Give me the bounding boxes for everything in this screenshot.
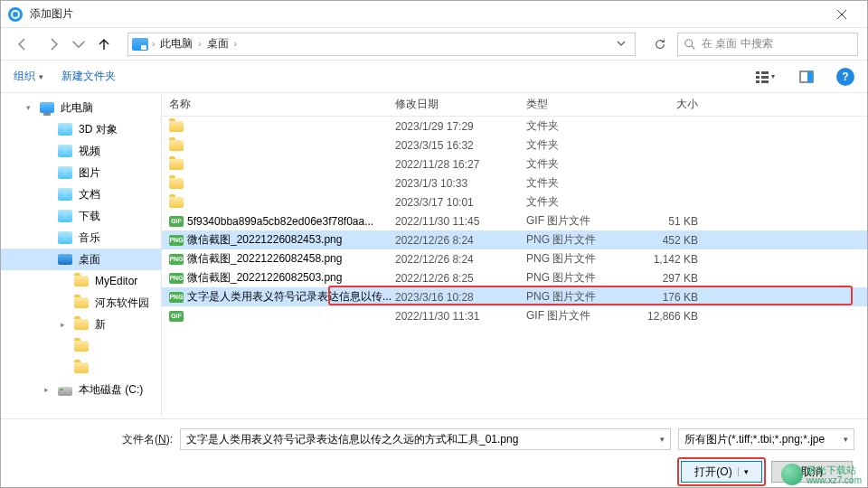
file-type: 文件夹 (526, 194, 635, 210)
file-row[interactable]: GIF5f9340bba899a5cb82ed06e3f78f0aa...202… (162, 211, 867, 230)
file-date: 2022/12/26 8:24 (395, 253, 526, 266)
arrow-up-icon (97, 37, 111, 52)
forward-button[interactable] (41, 32, 66, 57)
file-size: 12,866 KB (635, 310, 725, 323)
tree-item[interactable]: 文档 (1, 183, 161, 205)
open-button[interactable]: 打开(O) ▾ (681, 461, 762, 483)
tree-item-label: 本地磁盘 (C:) (79, 382, 143, 398)
refresh-icon (654, 38, 666, 51)
up-button[interactable] (91, 32, 117, 57)
png-icon: PNG (169, 235, 187, 246)
file-row[interactable]: 2022/11/28 16:27文件夹 (162, 155, 867, 174)
file-type: GIF 图片文件 (526, 308, 635, 324)
disk-icon (57, 382, 73, 397)
refresh-button[interactable] (646, 33, 672, 56)
tree-item[interactable]: 视频 (1, 140, 161, 162)
file-size: 297 KB (635, 272, 725, 285)
column-header-name[interactable]: 名称 (169, 97, 395, 112)
cancel-button[interactable]: 取消 (771, 461, 853, 483)
filetype-filter[interactable]: 所有图片(*.tiff;*.tbi;*.png;*.jpe ▾ (678, 428, 854, 450)
tree-item[interactable]: 河东软件园 (1, 292, 161, 314)
file-date: 2022/11/28 16:27 (395, 158, 526, 171)
png-icon: PNG (169, 273, 187, 284)
file-row[interactable]: 2023/1/29 17:29文件夹 (162, 117, 867, 136)
tree-item-label: 下载 (79, 209, 100, 224)
file-row[interactable]: PNG微信截图_20221226082503.png2022/12/26 8:2… (162, 268, 867, 287)
back-button[interactable] (10, 32, 35, 57)
tree-item[interactable] (1, 357, 161, 379)
file-type: GIF 图片文件 (526, 213, 635, 229)
file-row[interactable]: 2023/1/3 10:33文件夹 (162, 174, 867, 192)
tree-item[interactable]: 下载 (1, 205, 161, 227)
file-row[interactable]: PNG文字是人类用表义符号记录表达信息以传...2023/3/16 10:28P… (162, 287, 867, 306)
breadcrumb-this-pc[interactable]: 此电脑 (158, 36, 194, 52)
tree-item[interactable]: 音乐 (1, 227, 161, 249)
column-header-date[interactable]: 修改日期 (395, 97, 526, 112)
file-date: 2023/3/17 10:01 (395, 196, 526, 209)
organize-menu[interactable]: 组织 (14, 69, 43, 84)
file-size: 176 KB (635, 291, 725, 304)
file-row[interactable]: 2023/3/15 16:32文件夹 (162, 136, 867, 155)
footer: 文件名(N): 文字是人类用表义符号记录表达信息以传之久远的方式和工具_01.p… (1, 418, 867, 487)
file-date: 2022/12/26 8:25 (395, 272, 526, 285)
file-type: PNG 图片文件 (526, 251, 635, 267)
tree-item-label: 此电脑 (61, 100, 93, 116)
tree-item-label: 河东软件园 (95, 296, 149, 311)
tree-item[interactable] (1, 335, 161, 357)
folder-icon (169, 197, 187, 208)
filter-value: 所有图片(*.tiff;*.tbi;*.png;*.jpe (684, 432, 825, 447)
column-header-type[interactable]: 类型 (526, 97, 635, 112)
sidebar-tree[interactable]: ▾此电脑3D 对象视频图片文档下载音乐桌面MyEditor河东软件园▸新▸本地磁… (1, 93, 162, 417)
view-list-icon (755, 70, 769, 84)
new-folder-button[interactable]: 新建文件夹 (61, 69, 116, 84)
close-button[interactable] (824, 1, 860, 28)
address-bar[interactable]: › 此电脑 › 桌面 › (127, 33, 636, 56)
folder-icon (169, 159, 187, 170)
preview-icon (799, 70, 814, 84)
toolbar: 组织 新建文件夹 ? (1, 61, 867, 93)
tree-item[interactable]: 桌面 (1, 249, 161, 270)
preview-pane-button[interactable] (795, 66, 818, 88)
expand-icon[interactable]: ▾ (23, 103, 33, 112)
tree-item[interactable]: ▸本地磁盘 (C:) (1, 379, 161, 400)
png-icon: PNG (169, 254, 187, 265)
file-type: 文件夹 (526, 137, 635, 153)
filename-input[interactable]: 文字是人类用表义符号记录表达信息以传之久远的方式和工具_01.png ▾ (180, 428, 671, 450)
file-name: 文字是人类用表义符号记录表达信息以传... (187, 289, 395, 305)
file-date: 2023/3/15 16:32 (395, 139, 526, 152)
tree-item[interactable]: MyEditor (1, 270, 161, 292)
file-row[interactable]: 2023/3/17 10:01文件夹 (162, 192, 867, 211)
gif-icon: GIF (169, 216, 187, 227)
view-menu[interactable] (753, 66, 777, 88)
expand-icon[interactable]: ▸ (41, 385, 52, 394)
folder-icon (73, 296, 90, 310)
help-icon: ? (842, 70, 848, 83)
file-row[interactable]: GIF2022/11/30 11:31GIF 图片文件12,866 KB (162, 306, 867, 325)
expand-icon[interactable]: ▸ (57, 320, 68, 329)
search-input[interactable]: 在 桌面 中搜索 (677, 33, 858, 56)
file-name: 微信截图_20221226082503.png (187, 270, 395, 286)
cancel-button-label: 取消 (801, 465, 823, 480)
recent-dropdown[interactable] (71, 32, 86, 57)
file-row[interactable]: PNG微信截图_20221226082458.png2022/12/26 8:2… (162, 249, 867, 268)
file-list[interactable]: 名称 修改日期 类型 大小 2023/1/29 17:29文件夹2023/3/1… (162, 93, 867, 417)
file-date: 2022/12/26 8:24 (395, 234, 526, 247)
chevron-down-icon[interactable]: ▾ (660, 435, 665, 444)
titlebar: 添加图片 (1, 1, 867, 28)
tree-item[interactable]: 3D 对象 (1, 118, 161, 140)
file-row[interactable]: PNG微信截图_20221226082453.png2022/12/26 8:2… (162, 230, 867, 249)
nav-bar: › 此电脑 › 桌面 › 在 桌面 中搜索 (1, 28, 867, 61)
column-header-size[interactable]: 大小 (635, 97, 725, 112)
tree-item[interactable]: ▾此电脑 (1, 97, 161, 118)
png-icon: PNG (169, 292, 187, 303)
address-dropdown[interactable] (611, 38, 631, 51)
breadcrumb-desktop[interactable]: 桌面 (205, 36, 231, 52)
file-size: 51 KB (635, 215, 725, 228)
tree-item[interactable]: 图片 (1, 162, 161, 183)
open-button-label: 打开(O) (694, 465, 731, 480)
tree-item[interactable]: ▸新 (1, 314, 161, 335)
help-button[interactable]: ? (836, 68, 854, 86)
folder-icon (169, 140, 187, 151)
generic-icon (57, 187, 73, 202)
open-dropdown[interactable]: ▾ (738, 467, 749, 476)
